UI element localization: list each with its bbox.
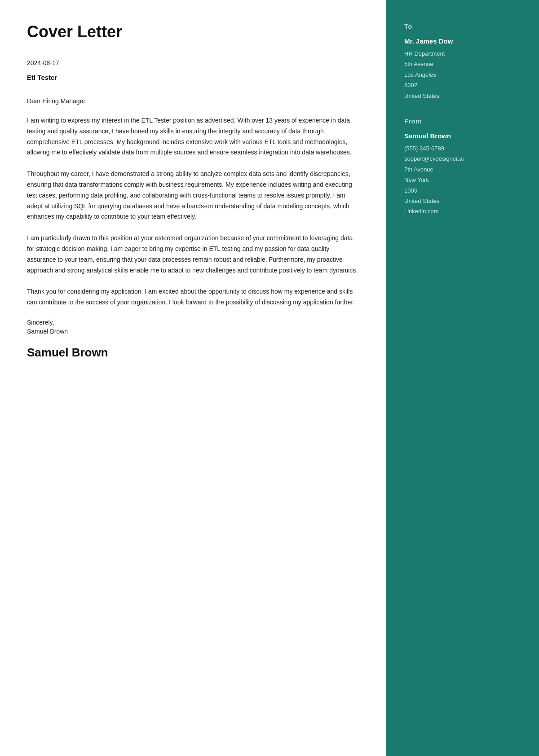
right-panel: To Mr. James Dow HR Department 5th Avenu… xyxy=(386,0,539,756)
date: 2024-08-17 xyxy=(27,59,359,66)
cover-letter-title: Cover Letter xyxy=(27,22,359,41)
paragraph-1: I am writing to express my interest in t… xyxy=(27,115,359,158)
signature: Samuel Brown xyxy=(27,346,359,360)
recipient-name: Mr. James Dow xyxy=(404,37,521,45)
sender-city: New York xyxy=(404,175,521,185)
salutation: Dear Hiring Manager, xyxy=(27,97,359,105)
recipient-department: HR Department xyxy=(404,48,521,59)
sender-phone: (555) 345-6789 xyxy=(404,143,521,154)
sender-country: United States xyxy=(404,196,521,206)
sender-email: support@cvdesigner.ai xyxy=(404,154,521,164)
paragraph-4: Thank you for considering my application… xyxy=(27,286,359,308)
paragraph-3: I am particularly drawn to this position… xyxy=(27,233,359,276)
from-section: From Samuel Brown (555) 345-6789 support… xyxy=(404,117,521,217)
closing: Sincerely, xyxy=(27,319,359,326)
closing-name: Samuel Brown xyxy=(27,328,359,335)
left-panel: Cover Letter 2024-08-17 Etl Tester Dear … xyxy=(0,0,386,756)
job-title: Etl Tester xyxy=(27,74,359,81)
recipient-country: United States xyxy=(404,91,521,101)
recipient-postal: 5002 xyxy=(404,80,521,90)
sender-street: 7th Avenue xyxy=(404,164,521,175)
to-label: To xyxy=(404,22,521,30)
sender-details: (555) 345-6789 support@cvdesigner.ai 7th… xyxy=(404,143,521,217)
paragraph-2: Throughout my career, I have demonstrate… xyxy=(27,169,359,222)
from-label: From xyxy=(404,117,521,125)
recipient-details: HR Department 5th Avenue Los Angeles 500… xyxy=(404,48,521,101)
recipient-city: Los Angeles xyxy=(404,70,521,80)
recipient-street: 5th Avenue xyxy=(404,59,521,69)
sender-linkedin: Linkedin.com xyxy=(404,206,521,216)
sender-name: Samuel Brown xyxy=(404,132,521,140)
page-container: Cover Letter 2024-08-17 Etl Tester Dear … xyxy=(0,0,539,756)
sender-postal: 1005 xyxy=(404,185,521,196)
